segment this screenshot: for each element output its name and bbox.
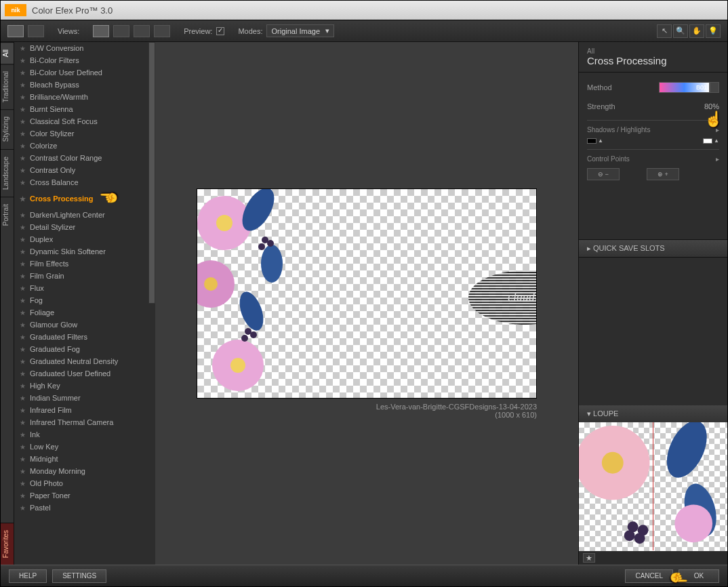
filter-item[interactable]: ★B/W Conversion: [14, 42, 155, 54]
star-icon[interactable]: ★: [20, 211, 26, 219]
filter-item[interactable]: ★Color Stylizer: [14, 127, 155, 140]
filter-item[interactable]: ★Film Effects: [14, 258, 155, 270]
vtab-portrait[interactable]: Portrait: [1, 197, 14, 232]
filter-item[interactable]: ★Bleach Bypass: [14, 79, 155, 91]
vtab-traditional[interactable]: Traditional: [1, 64, 14, 109]
filter-item[interactable]: ★Film Grain: [14, 270, 155, 282]
filter-item[interactable]: ★Cross Processing☝: [14, 188, 155, 209]
control-point-add[interactable]: ⊕ +: [647, 168, 679, 180]
star-icon[interactable]: ★: [20, 236, 26, 243]
method-dropdown[interactable]: [710, 82, 719, 93]
star-icon[interactable]: ★: [20, 346, 26, 353]
vtab-landscape[interactable]: Landscape: [1, 149, 14, 197]
filter-item[interactable]: ★Graduated User Defined: [14, 367, 155, 380]
star-icon[interactable]: ★: [20, 431, 26, 439]
star-icon[interactable]: ★: [20, 106, 26, 113]
star-icon[interactable]: ★: [20, 224, 26, 231]
view-list-button[interactable]: [28, 25, 44, 37]
view-thumb-button[interactable]: [7, 25, 24, 37]
star-icon[interactable]: ★: [20, 260, 26, 268]
quick-save-header[interactable]: ▸ QUICK SAVE SLOTS: [579, 239, 727, 258]
filter-item[interactable]: ★Paper Toner: [14, 489, 155, 502]
star-icon[interactable]: ★: [20, 504, 26, 512]
filter-item[interactable]: ★Graduated Fog: [14, 343, 155, 355]
filter-item[interactable]: ★Flux: [14, 282, 155, 294]
settings-button[interactable]: SETTINGS: [52, 569, 106, 583]
scrollbar[interactable]: [148, 42, 155, 304]
filter-item[interactable]: ★Cross Balance: [14, 176, 155, 188]
pointer-tool-icon[interactable]: ↖: [657, 24, 672, 38]
filter-item[interactable]: ★Ink: [14, 428, 155, 441]
view-layout-4[interactable]: [154, 25, 170, 37]
filter-item[interactable]: ★Fog: [14, 294, 155, 306]
star-icon[interactable]: ★: [20, 370, 26, 378]
filter-item[interactable]: ★Old Photo: [14, 477, 155, 489]
star-icon[interactable]: ★: [20, 81, 26, 89]
filter-item[interactable]: ★Graduated Filters: [14, 331, 155, 343]
filter-item[interactable]: ★Darken/Lighten Center: [14, 209, 155, 221]
filter-item[interactable]: ★Graduated Neutral Density: [14, 355, 155, 367]
star-icon[interactable]: ★: [20, 57, 26, 64]
filter-item[interactable]: ★Colorize: [14, 140, 155, 152]
star-icon[interactable]: ★: [20, 179, 26, 186]
vtab-favorites[interactable]: Favorites: [1, 523, 14, 565]
star-icon[interactable]: ★: [20, 195, 26, 203]
filter-list[interactable]: ★B/W Conversion★Bi-Color Filters★Bi-Colo…: [14, 42, 155, 565]
star-icon[interactable]: ★: [20, 167, 26, 174]
vtab-stylizing[interactable]: Stylizing: [1, 109, 14, 148]
star-icon[interactable]: ★: [20, 321, 26, 329]
filter-item[interactable]: ★Infrared Thermal Camera: [14, 416, 155, 428]
filter-item[interactable]: ★Duplex: [14, 233, 155, 245]
filter-item[interactable]: ★Classical Soft Focus: [14, 115, 155, 127]
filter-item[interactable]: ★Foliage: [14, 306, 155, 319]
star-icon[interactable]: ★: [20, 419, 26, 426]
filter-item[interactable]: ★Detail Stylizer: [14, 221, 155, 233]
preview-checkbox[interactable]: [216, 27, 224, 35]
star-icon[interactable]: ★: [20, 118, 26, 125]
star-icon[interactable]: ★: [20, 443, 26, 451]
filter-item[interactable]: ★Low Key: [14, 441, 155, 453]
star-icon[interactable]: ★: [20, 248, 26, 256]
star-icon[interactable]: ★: [20, 69, 26, 77]
star-icon[interactable]: ★: [20, 130, 26, 138]
ok-button[interactable]: OK: [679, 569, 719, 583]
star-icon[interactable]: ★: [20, 155, 26, 162]
view-layout-3[interactable]: [134, 25, 150, 37]
cancel-button[interactable]: CANCEL ☝: [625, 569, 673, 583]
star-icon[interactable]: ★: [20, 394, 26, 402]
filter-item[interactable]: ★High Key: [14, 380, 155, 392]
filter-item[interactable]: ★Glamour Glow: [14, 319, 155, 331]
star-icon[interactable]: ★: [20, 272, 26, 280]
expand-icon[interactable]: ▸: [716, 155, 719, 163]
star-icon[interactable]: ★: [20, 492, 26, 500]
filter-item[interactable]: ★Brilliance/Warmth: [14, 91, 155, 103]
filter-item[interactable]: ★Pastel: [14, 502, 155, 514]
filter-item[interactable]: ★Bi-Color Filters: [14, 54, 155, 66]
info-tool-icon[interactable]: 💡: [706, 24, 721, 38]
filter-item[interactable]: ★Burnt Sienna: [14, 103, 155, 115]
star-icon[interactable]: ★: [20, 468, 26, 475]
method-swatch[interactable]: B01: [659, 82, 710, 93]
modes-dropdown[interactable]: Original Image ▾: [266, 24, 334, 37]
highlight-swatch[interactable]: [703, 138, 712, 144]
star-icon[interactable]: ★: [20, 285, 26, 292]
expand-icon[interactable]: ▸: [716, 126, 719, 134]
zoom-tool-icon[interactable]: 🔍: [673, 24, 688, 38]
filter-item[interactable]: ★Indian Summer: [14, 392, 155, 404]
shadow-swatch[interactable]: [587, 138, 596, 144]
help-button[interactable]: HELP: [9, 569, 47, 583]
star-icon[interactable]: ★: [20, 333, 26, 341]
loupe-pin-icon[interactable]: ★: [583, 553, 595, 563]
view-layout-2[interactable]: [113, 25, 129, 37]
control-point-remove[interactable]: ⊖ −: [587, 168, 620, 180]
pan-tool-icon[interactable]: ✋: [689, 24, 704, 38]
filter-item[interactable]: ★Monday Morning: [14, 465, 155, 477]
filter-item[interactable]: ★Contrast Color Range: [14, 152, 155, 164]
star-icon[interactable]: ★: [20, 45, 26, 52]
star-icon[interactable]: ★: [20, 297, 26, 304]
star-icon[interactable]: ★: [20, 382, 26, 390]
filter-item[interactable]: ★Contrast Only: [14, 164, 155, 176]
filter-item[interactable]: ★Infrared Film: [14, 404, 155, 416]
filter-item[interactable]: ★Midnight: [14, 453, 155, 465]
view-layout-1[interactable]: [93, 25, 109, 37]
